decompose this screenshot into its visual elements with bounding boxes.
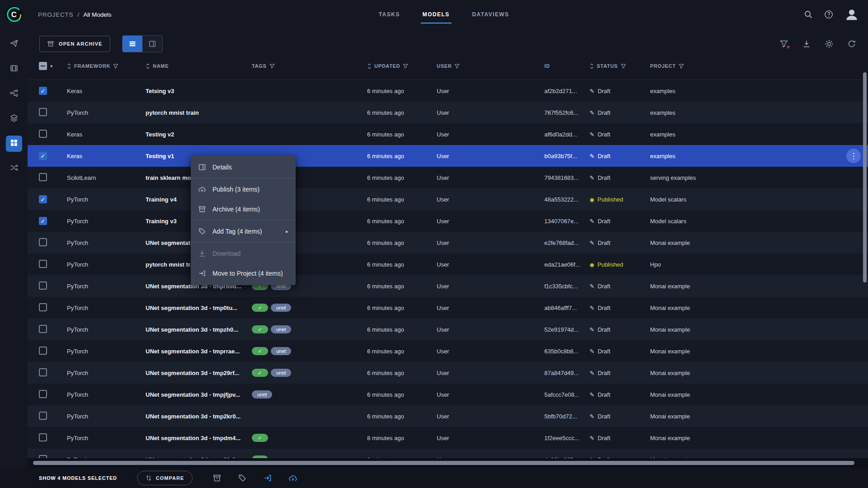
download-icon[interactable] (802, 39, 811, 48)
updated-cell: 6 minutes ago (367, 109, 437, 116)
row-checkbox[interactable] (39, 433, 47, 441)
table-view-button[interactable] (123, 36, 142, 52)
table-row[interactable]: PyTorch UNet segmentation 3d - tmp2kr0..… (28, 405, 868, 427)
compare-button[interactable]: COMPARE (137, 471, 193, 485)
sidebar-item-datasets[interactable] (6, 61, 22, 77)
table-row[interactable]: PyTorch UNet segmentation 3d - tmp0tu...… (28, 297, 868, 319)
vertical-scrollbar[interactable] (863, 72, 867, 282)
table-row[interactable]: Keras Testing v1 6 minutes ago User b0a9… (28, 145, 868, 167)
column-project[interactable]: PROJECT (650, 63, 868, 69)
user-cell: User (437, 109, 544, 116)
column-status[interactable]: STATUS (590, 63, 650, 69)
row-checkbox[interactable] (39, 87, 47, 95)
menu-item-publish[interactable]: Publish (3 items) (191, 179, 296, 199)
table-row[interactable]: Keras Testing v2 6 minutes ago User af6d… (28, 123, 868, 145)
sidebar-item-hyper-datasets[interactable] (6, 111, 22, 127)
row-checkbox[interactable] (39, 368, 47, 376)
table-row[interactable]: PyTorch Training v4 6 minutes ago User 4… (28, 188, 868, 210)
row-checkbox[interactable] (39, 173, 47, 181)
status-label: Published (597, 261, 623, 268)
model-name-cell[interactable]: UNet segmentation 3d - tmp2kr0... (146, 413, 252, 420)
row-checkbox[interactable] (39, 412, 47, 420)
model-name-cell[interactable]: Testing v2 (146, 131, 252, 138)
clearml-logo[interactable]: C (5, 5, 23, 23)
tab-models[interactable]: MODELS (422, 9, 451, 19)
horizontal-scrollbar[interactable] (33, 461, 854, 465)
user-cell: User (437, 305, 544, 311)
table-row[interactable]: PyTorch UNet segmentation 3d - tmprrae..… (28, 340, 868, 362)
menu-item-move-to-project[interactable]: Move to Project (4 items) (191, 263, 296, 283)
user-cell: User (437, 218, 544, 225)
sidebar-item-workers-queues[interactable] (6, 160, 22, 177)
table-row[interactable]: Keras Tetsing v3 6 minutes ago User af2b… (28, 80, 868, 102)
row-checkbox[interactable] (39, 238, 47, 246)
refresh-icon[interactable] (847, 39, 856, 48)
sidebar-item-models[interactable] (6, 136, 22, 152)
row-kebab-menu-button[interactable]: ⋮ (846, 149, 861, 163)
status-cell: Draft (590, 131, 650, 138)
tab-tasks[interactable]: TASKS (378, 9, 401, 19)
row-checkbox[interactable] (39, 303, 47, 311)
table-row[interactable]: PyTorch UNet segmentation 3d - tmpzh0...… (28, 319, 868, 340)
model-name-cell[interactable]: UNet segmentation 3d - tmpzh0... (146, 326, 252, 333)
select-dropdown-caret-icon[interactable]: ▾ (50, 63, 53, 69)
clear-filters-icon[interactable]: ✕ (779, 39, 788, 48)
column-framework[interactable]: FRAMEWORK (67, 63, 146, 69)
table-row[interactable]: PyTorch UNet segmentation 3d - tmp29rf..… (28, 362, 868, 384)
row-checkbox[interactable] (39, 152, 47, 160)
tags-cell: ✓ (252, 434, 367, 442)
sidebar-item-pipelines[interactable] (6, 86, 22, 102)
user-avatar[interactable] (844, 7, 859, 22)
table-row[interactable]: PyTorch UNet segmentation 3d - tmpdm4...… (28, 427, 868, 449)
tab-dataviews[interactable]: DATAVIEWS (471, 9, 510, 19)
table-row[interactable]: ScikitLearn train sklearn mo... 6 minute… (28, 167, 868, 188)
row-checkbox[interactable] (39, 108, 47, 116)
column-updated[interactable]: UPDATED (367, 63, 437, 69)
model-name-cell[interactable]: UNet segmentation 3d - tmp0tu... (146, 305, 252, 311)
row-checkbox[interactable] (39, 195, 47, 203)
settings-gear-icon[interactable] (825, 39, 834, 48)
breadcrumb-projects[interactable]: PROJECTS (38, 11, 73, 18)
status-label: Draft (598, 435, 610, 441)
model-name-cell[interactable]: UNet segmentation 3d - tmpjfjpv... (146, 391, 252, 398)
selection-count-label[interactable]: SHOW 4 MODELS SELECTED (39, 475, 117, 481)
column-name[interactable]: NAME (146, 63, 252, 69)
tag-selected-icon[interactable] (238, 474, 247, 483)
model-name-cell[interactable]: UNet segmentation 3d - tmp29rf... (146, 370, 252, 376)
table-row[interactable]: PyTorch UNet segmentat... 6 minutes ago … (28, 232, 868, 253)
row-select-cell (39, 282, 67, 291)
row-checkbox[interactable] (39, 217, 47, 225)
open-archive-button[interactable]: OPEN ARCHIVE (39, 36, 110, 52)
status-cell: Draft (590, 413, 650, 420)
table-row[interactable]: PyTorch pytorch mnist train 6 minutes ag… (28, 102, 868, 123)
table-row[interactable]: PyTorch Training v3 6 minutes ago User 1… (28, 210, 868, 232)
select-all-checkbox[interactable] (39, 62, 47, 70)
table-row[interactable]: PyTorch UNet segmentation 3d - tmpjfjpv.… (28, 384, 868, 405)
column-tags[interactable]: TAGS (252, 63, 367, 69)
menu-item-details[interactable]: Details (191, 157, 296, 177)
row-checkbox[interactable] (39, 282, 47, 290)
menu-item-add-tag[interactable]: Add Tag (4 items) ▸ (191, 221, 296, 241)
model-name-cell[interactable]: UNet segmentation 3d - tmprrae... (146, 348, 252, 355)
publish-selected-icon[interactable] (288, 474, 297, 483)
search-icon[interactable] (804, 10, 813, 19)
model-name-cell[interactable]: pytorch mnist train (146, 109, 252, 116)
row-checkbox[interactable] (39, 260, 47, 268)
move-selected-icon[interactable] (263, 474, 272, 483)
menu-item-archive[interactable]: Archive (4 items) (191, 199, 296, 219)
row-checkbox[interactable] (39, 130, 47, 138)
model-name-cell[interactable]: UNet segmentation 3d - tmpdm4... (146, 435, 252, 441)
card-view-button[interactable] (142, 36, 162, 52)
model-name-cell[interactable]: Tetsing v3 (146, 88, 252, 94)
table-row[interactable]: PyTorch UNet segmentation 3d - tmprb9d..… (28, 275, 868, 297)
help-icon[interactable] (824, 10, 833, 19)
column-id[interactable]: ID (544, 63, 590, 69)
row-checkbox[interactable] (39, 347, 47, 355)
row-select-cell (39, 325, 67, 334)
sidebar-item-projects[interactable] (6, 36, 22, 52)
archive-selected-icon[interactable] (212, 474, 222, 483)
row-checkbox[interactable] (39, 325, 47, 333)
table-row[interactable]: PyTorch pytorch mnist tr... 6 minutes ag… (28, 253, 868, 275)
row-checkbox[interactable] (39, 390, 47, 398)
column-user[interactable]: USER (437, 63, 544, 69)
